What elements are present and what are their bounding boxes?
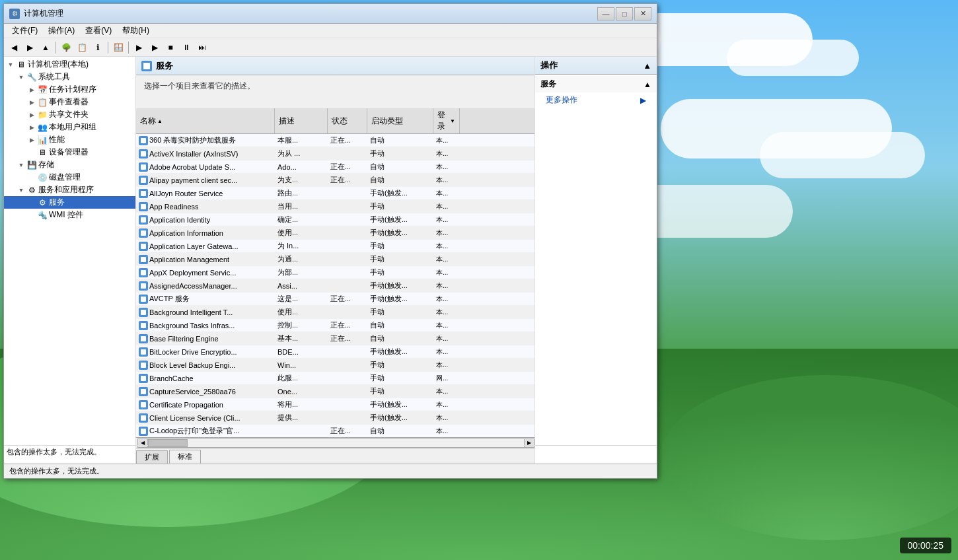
list-item[interactable]: C-Lodop云打印"免登录"官... 正在... 自动 本...: [136, 425, 534, 437]
service-startup-cell: 手动: [367, 254, 433, 264]
menu-action[interactable]: 操作(A): [43, 24, 80, 38]
service-name-cell: Application Information: [136, 228, 275, 238]
tree-item-services[interactable]: ⚙ 服务: [4, 196, 135, 209]
tree-item-services-apps[interactable]: ▼ ⚙ 服务和应用程序: [4, 184, 135, 196]
col-header-startup[interactable]: 启动类型: [367, 108, 433, 133]
maximize-button[interactable]: □: [616, 7, 633, 20]
tree-label-event: 事件查看器: [49, 96, 89, 108]
list-item[interactable]: AssignedAccessManager... Assi... 手动(触发..…: [136, 279, 534, 293]
pause-btn[interactable]: ⏸: [179, 40, 194, 55]
actions-collapse-icon[interactable]: ▲: [643, 61, 651, 71]
new-window[interactable]: 🪟: [111, 40, 126, 55]
list-item[interactable]: Background Intelligent T... 使用... 手动 本..…: [136, 306, 534, 319]
list-item[interactable]: BitLocker Drive Encryptio... BDE... 手动(触…: [136, 345, 534, 359]
tree-item-event-viewer[interactable]: ▶ 📋 事件查看器: [4, 96, 135, 108]
list-item[interactable]: AppX Deployment Servic... 为部... 手动 本...: [136, 266, 534, 279]
service-icon: [139, 242, 148, 251]
service-login-cell: 本...: [433, 228, 460, 238]
col-header-login[interactable]: 登录 ▼: [433, 108, 460, 133]
status-text: 包含的操作太多，无法完成。: [9, 466, 104, 476]
service-icon: [139, 176, 148, 185]
services-list-body[interactable]: 360 杀毒实时防护加载服务 本服... 正在... 自动 本... Activ…: [136, 134, 534, 437]
stop-btn[interactable]: ■: [163, 40, 178, 55]
list-item[interactable]: ActiveX Installer (AxInstSV) 为从 ... 手动 本…: [136, 147, 534, 160]
timer-text: 00:00:25: [908, 540, 944, 551]
list-item[interactable]: Application Management 为通... 手动 本...: [136, 253, 534, 266]
list-item[interactable]: Client License Service (Cli... 提供... 手动(…: [136, 411, 534, 425]
menu-view[interactable]: 查看(V): [80, 24, 117, 38]
service-startup-cell: 手动: [367, 201, 433, 211]
menu-file[interactable]: 文件(F): [7, 24, 43, 38]
tree-label-services: 服务: [49, 197, 65, 208]
actions-section-services-header[interactable]: 服务 ▲: [535, 76, 657, 92]
list-item[interactable]: App Readiness 当用... 手动 本...: [136, 200, 534, 213]
service-desc-cell: 为 In...: [275, 241, 328, 251]
tree-item-performance[interactable]: ▶ 📊 性能: [4, 133, 135, 146]
services-list-area: 名称 ▲ 描述 状态 启动类型 登录 ▼: [136, 108, 534, 448]
restart-btn[interactable]: ⏭: [195, 40, 209, 55]
list-item[interactable]: AVCTP 服务 这是... 正在... 手动(触发... 本...: [136, 293, 534, 306]
service-status-cell: 正在...: [328, 426, 367, 436]
list-item[interactable]: Base Filtering Engine 基本... 正在... 自动 本..…: [136, 332, 534, 345]
col-header-name[interactable]: 名称 ▲: [136, 108, 275, 133]
horizontal-scrollbar[interactable]: ◀ ▶: [136, 437, 534, 448]
list-item[interactable]: Application Information 使用... 手动(触发... 本…: [136, 227, 534, 240]
tree-label-shared: 共享文件夹: [49, 109, 89, 120]
menu-help[interactable]: 帮助(H): [117, 24, 155, 38]
service-desc-cell: 本服...: [275, 135, 328, 145]
list-item[interactable]: Background Tasks Infras... 控制... 正在... 自…: [136, 319, 534, 332]
tree-item-task-scheduler[interactable]: ▶ 📅 任务计划程序: [4, 83, 135, 96]
tree-item-device-manager[interactable]: 🖥 设备管理器: [4, 146, 135, 158]
service-icon: [139, 387, 148, 396]
services-apps-icon: ⚙: [26, 185, 37, 195]
service-startup-cell: 自动: [367, 320, 433, 330]
up-button[interactable]: ▲: [38, 40, 53, 55]
service-icon: [139, 228, 148, 238]
tree-item-storage[interactable]: ▼ 💾 存储: [4, 158, 135, 171]
actions-panel: 操作 ▲ 服务 ▲ 更多操作 ▶: [534, 57, 657, 464]
col-header-status[interactable]: 状态: [328, 108, 367, 133]
toolbar-separator-2: [108, 42, 108, 53]
service-icon: [139, 255, 148, 264]
tree-label-task: 任务计划程序: [49, 84, 96, 95]
service-status-cell: 正在...: [328, 333, 367, 343]
close-button[interactable]: ✕: [634, 7, 651, 20]
play-btn[interactable]: ▶: [131, 40, 146, 55]
list-item[interactable]: Block Level Backup Engi... Win... 手动 本..…: [136, 359, 534, 372]
toolbar-btn-2[interactable]: 📋: [75, 40, 89, 55]
list-item[interactable]: AllJoyn Router Service 路由... 手动(触发... 本.…: [136, 187, 534, 200]
list-item[interactable]: Application Layer Gatewa... 为 In... 手动 本…: [136, 240, 534, 253]
back-button[interactable]: ◀: [7, 40, 21, 55]
service-name-cell: BranchCache: [136, 374, 275, 383]
service-startup-cell: 自动: [367, 162, 433, 172]
toolbar-btn-3[interactable]: ℹ: [91, 40, 105, 55]
services-title: 服务: [156, 60, 173, 72]
forward-button[interactable]: ▶: [22, 40, 37, 55]
device-manager-icon: 🖥: [37, 147, 48, 158]
show-hide-console-tree[interactable]: 🌳: [59, 40, 73, 55]
list-item[interactable]: 360 杀毒实时防护加载服务 本服... 正在... 自动 本...: [136, 134, 534, 147]
tree-item-shared-folders[interactable]: ▶ 📁 共享文件夹: [4, 108, 135, 121]
list-item[interactable]: CaptureService_2580aa76 One... 手动 本...: [136, 385, 534, 398]
list-item[interactable]: Alipay payment client sec... 为支... 正在...…: [136, 174, 534, 187]
tree-item-wmi[interactable]: 🔩 WMI 控件: [4, 209, 135, 221]
service-status-cell: 正在...: [328, 294, 367, 304]
content-area: ▼ 🖥 计算机管理(本地) ▼ 🔧 系统工具 ▶ 📅 任务计划程序 ▶ 📋 事件…: [4, 57, 657, 464]
actions-more-operations[interactable]: 更多操作 ▶: [535, 92, 657, 108]
tree-root[interactable]: ▼ 🖥 计算机管理(本地): [4, 58, 135, 71]
tree-item-system-tools[interactable]: ▼ 🔧 系统工具: [4, 71, 135, 83]
middle-panel: 服务 选择一个项目来查看它的描述。 名称 ▲ 描述: [136, 57, 534, 464]
list-item[interactable]: Adobe Acrobat Update S... Ado... 正在... 自…: [136, 160, 534, 174]
tree-item-local-users[interactable]: ▶ 👥 本地用户和组: [4, 121, 135, 133]
service-desc-cell: 当用...: [275, 201, 328, 211]
play-btn2[interactable]: ▶: [147, 40, 162, 55]
list-item[interactable]: Application Identity 确定... 手动(触发... 本...: [136, 213, 534, 227]
toggle-event: ▶: [26, 97, 37, 108]
list-item[interactable]: Certificate Propagation 将用... 手动(触发... 本…: [136, 398, 534, 411]
title-bar: ⚙ 计算机管理 — □ ✕: [4, 4, 657, 24]
list-item[interactable]: BranchCache 此服... 手动 网...: [136, 372, 534, 385]
tree-item-disk-mgmt[interactable]: 💿 磁盘管理: [4, 171, 135, 184]
col-header-desc[interactable]: 描述: [275, 108, 328, 133]
scroll-thumb[interactable]: [148, 439, 188, 447]
minimize-button[interactable]: —: [597, 7, 614, 20]
